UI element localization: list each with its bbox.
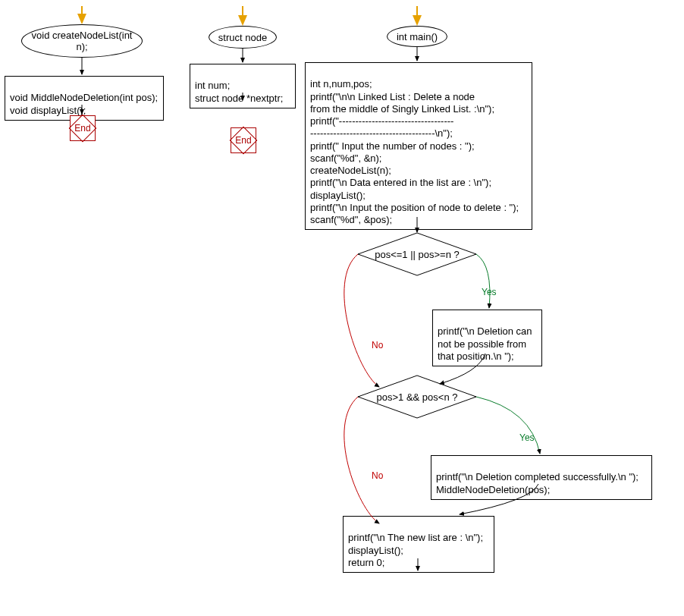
flow3-merge: printf("\n The new list are : \n"); disp…	[343, 516, 494, 573]
flow3-entry-text: int main()	[397, 31, 438, 42]
flow2-body: int num; struct node *nextptr;	[190, 64, 296, 108]
flow1-end-text: End	[74, 123, 90, 134]
flow3-cond1: pos<=1 || pos>=n ?	[372, 235, 463, 273]
flow3-cond1-text: pos<=1 || pos>=n ?	[326, 249, 508, 260]
flow3-yes1-text: printf("\n Deletion can not be possible …	[438, 325, 532, 362]
flow2-end-text: End	[235, 135, 251, 146]
flow3-merge-text: printf("\n The new list are : \n"); disp…	[348, 532, 483, 568]
cond1-no-label: No	[372, 340, 383, 350]
flow3-yes2-text: printf("\n Deletion completed successful…	[436, 471, 639, 495]
cond1-yes-label: Yes	[482, 287, 497, 297]
flow3-yes2: printf("\n Deletion completed successful…	[431, 455, 652, 500]
flow3-cond2: pos>1 && pos<n ?	[372, 378, 463, 416]
flow2-entry: struct node	[209, 26, 277, 49]
flow2-body-text: int num; struct node *nextptr;	[195, 80, 283, 103]
flow2-end: End	[231, 127, 256, 153]
flow1-entry-text: void createNodeList(int n);	[28, 30, 136, 52]
cond2-no-label: No	[372, 470, 383, 481]
flow3-body: int n,num,pos; printf("\n\n Linked List …	[305, 62, 532, 230]
flow3-yes1: printf("\n Deletion can not be possible …	[432, 310, 542, 366]
flow1-end: End	[70, 115, 96, 141]
flow3-cond2-text: pos>1 && pos<n ?	[326, 391, 508, 403]
flow2-entry-text: struct node	[218, 32, 267, 43]
flow1-body: void MiddleNodeDeletion(int pos); void d…	[5, 76, 164, 121]
flow3-entry: int main()	[387, 26, 447, 47]
flow1-entry: void createNodeList(int n);	[21, 24, 143, 58]
flow3-body-text: int n,num,pos; printf("\n\n Linked List …	[310, 78, 519, 225]
cond2-yes-label: Yes	[519, 432, 535, 443]
flow1-body-text: void MiddleNodeDeletion(int pos); void d…	[10, 92, 158, 115]
